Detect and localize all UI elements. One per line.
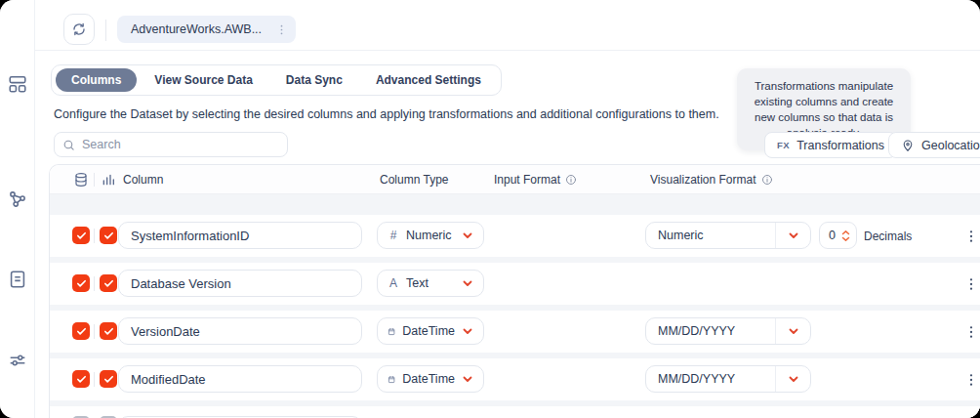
- top-bar: AdventureWorks.AWB...: [35, 0, 980, 51]
- search-box[interactable]: [54, 132, 288, 157]
- fx-icon: FX: [777, 140, 790, 150]
- chevron-down-icon: [462, 230, 473, 241]
- hash-icon: #: [388, 229, 399, 242]
- topbar-divider: [105, 20, 106, 41]
- page-description: Configure the Dataset by selecting the d…: [54, 107, 719, 121]
- column-type-dropdown[interactable]: A Text: [377, 270, 484, 297]
- header-divider: [94, 173, 95, 187]
- chevron-down-icon: [462, 325, 473, 337]
- column-type-dropdown[interactable]: DateTime: [377, 365, 484, 393]
- row-menu-icon[interactable]: [963, 276, 979, 292]
- app-window: AdventureWorks.AWB... Columns View Sourc…: [0, 0, 980, 418]
- table-row: DateTime MM/DD/YYYY: [50, 358, 980, 400]
- check-icon: [103, 326, 114, 337]
- settings-sliders-icon[interactable]: [7, 350, 28, 371]
- check-icon: [103, 278, 114, 289]
- dashboard-icon[interactable]: [7, 73, 28, 95]
- transformations-button[interactable]: FX Transformations: [764, 132, 897, 158]
- tab-columns[interactable]: Columns: [56, 68, 137, 92]
- visualization-format-dropdown[interactable]: MM/DD/YYYY: [645, 365, 811, 393]
- include-widget-checkbox[interactable]: [100, 274, 117, 292]
- decimals-value: 0: [829, 229, 836, 242]
- column-name-input[interactable]: [118, 270, 362, 297]
- include-db-checkbox[interactable]: [72, 322, 90, 340]
- tab-view-source-data[interactable]: View Source Data: [139, 68, 268, 92]
- column-name-input[interactable]: [118, 365, 362, 393]
- include-db-checkbox[interactable]: [72, 274, 90, 292]
- visualization-format-dropdown[interactable]: Numeric: [645, 222, 811, 249]
- header-input-format: Input Format: [494, 173, 577, 187]
- row-menu-icon[interactable]: [963, 372, 979, 388]
- table-row: DateTime MM/DD/YYYY: [50, 311, 980, 353]
- info-icon[interactable]: [565, 174, 577, 186]
- visualization-format-value: MM/DD/YYYY: [646, 372, 775, 386]
- table-row: [50, 406, 980, 418]
- header-input-format-label: Input Format: [494, 173, 560, 187]
- column-name-input[interactable]: [118, 222, 362, 249]
- visualization-format-value: MM/DD/YYYY: [646, 324, 775, 338]
- check-icon: [76, 326, 87, 337]
- check-icon: [103, 374, 114, 385]
- check-icon: [103, 230, 114, 241]
- visualization-format-dropdown[interactable]: MM/DD/YYYY: [645, 317, 811, 345]
- column-type-value: Numeric: [406, 229, 452, 242]
- decimals-stepper[interactable]: 0: [819, 222, 857, 249]
- include-db-checkbox[interactable]: [72, 227, 90, 244]
- row-menu-icon[interactable]: [963, 324, 979, 340]
- column-type-value: Text: [406, 276, 429, 290]
- column-type-value: DateTime: [402, 324, 455, 338]
- column-type-dropdown[interactable]: # Numeric: [377, 222, 484, 249]
- decimals-label: Decimals: [864, 230, 912, 243]
- refresh-button[interactable]: [63, 14, 95, 45]
- check-icon: [76, 278, 87, 289]
- table-row: A Text: [50, 263, 980, 305]
- check-icon: [76, 230, 87, 241]
- tab-data-sync[interactable]: Data Sync: [270, 68, 358, 92]
- checkbox-divider: [94, 229, 95, 243]
- calendar-icon: [388, 325, 395, 338]
- search-input[interactable]: [82, 138, 279, 151]
- table-row: # Numeric Numeric 0 Decimals: [50, 215, 980, 257]
- geolocations-label: Geolocations: [921, 139, 980, 152]
- dataset-chip[interactable]: AdventureWorks.AWB...: [117, 16, 296, 43]
- chevron-down-icon: [462, 373, 473, 385]
- table-body: # Numeric Numeric 0 Decimals: [50, 194, 980, 418]
- row-menu-icon[interactable]: [963, 229, 979, 244]
- info-icon[interactable]: [761, 174, 773, 186]
- location-pin-icon: [901, 139, 915, 152]
- include-db-checkbox[interactable]: [72, 370, 90, 388]
- column-type-dropdown[interactable]: DateTime: [377, 317, 484, 345]
- include-widget-checkbox[interactable]: [100, 322, 117, 340]
- dataset-menu-icon[interactable]: [275, 23, 288, 36]
- tab-advanced-settings[interactable]: Advanced Settings: [360, 68, 497, 92]
- checkbox-divider: [94, 276, 95, 291]
- column-type-value: DateTime: [402, 372, 455, 386]
- header-column: Column: [123, 173, 163, 187]
- text-icon: A: [388, 276, 399, 290]
- search-icon: [62, 139, 75, 151]
- calendar-icon: [388, 373, 395, 386]
- checkbox-divider: [94, 324, 95, 339]
- data-model-icon[interactable]: [7, 188, 28, 210]
- tab-group: Columns View Source Data Data Sync Advan…: [51, 64, 502, 96]
- left-nav-sidebar: [0, 0, 35, 418]
- chevron-down-icon[interactable]: [775, 366, 810, 392]
- dataset-name: AdventureWorks.AWB...: [131, 22, 262, 36]
- transformations-label: Transformations: [796, 139, 884, 152]
- refresh-icon: [71, 21, 87, 37]
- chevron-down-icon[interactable]: [775, 318, 810, 344]
- bar-chart-icon: [101, 172, 116, 188]
- column-name-input[interactable]: [118, 317, 362, 345]
- database-icon: [73, 172, 89, 188]
- stepper-arrows[interactable]: [841, 230, 850, 242]
- include-widget-checkbox[interactable]: [100, 227, 117, 244]
- check-icon: [76, 374, 87, 385]
- chevron-down-icon: [841, 236, 850, 242]
- table-header: Column Column Type Input Format Visualiz…: [50, 165, 980, 194]
- chevron-down-icon[interactable]: [775, 223, 810, 248]
- visualization-format-value: Numeric: [646, 229, 775, 242]
- chevron-down-icon: [462, 277, 473, 289]
- geolocations-button[interactable]: Geolocations: [888, 132, 980, 158]
- include-widget-checkbox[interactable]: [100, 370, 117, 388]
- document-icon[interactable]: [7, 269, 28, 290]
